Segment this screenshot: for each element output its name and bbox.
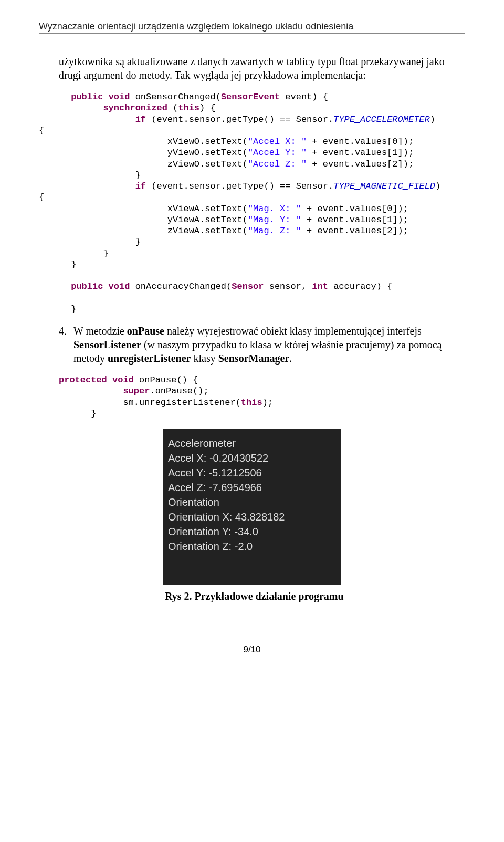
- screenshot-line: Orientation Y: -34.0: [168, 524, 336, 539]
- code-line: {: [39, 192, 44, 202]
- app-screenshot: Accelerometer Accel X: -0.20430522 Accel…: [163, 429, 341, 585]
- code-line: zViewA.setText("Mag. Z: " + event.values…: [39, 226, 408, 236]
- code-line: }: [39, 304, 76, 314]
- screenshot-line: Orientation Z: -2.0: [168, 539, 336, 554]
- code-block-1: public void onSensorChanged(SensorEvent …: [39, 91, 465, 315]
- paragraph-intro: użytkownika są aktualizowane z danych za…: [59, 55, 465, 82]
- code-line: super.onPause();: [59, 386, 209, 396]
- list-number: 4.: [59, 324, 74, 365]
- code-line: }: [39, 237, 141, 247]
- page-number: 9/10: [39, 645, 465, 655]
- code-line: }: [39, 259, 76, 269]
- list-item-4: 4. W metodzie onPause należy wyrejestrow…: [59, 324, 465, 365]
- code-line: }: [59, 409, 96, 419]
- screenshot-line: Orientation X: 43.828182: [168, 510, 336, 524]
- screenshot-line: Accel Z: -7.6954966: [168, 480, 336, 495]
- screenshot-line: Accelerometer: [168, 436, 336, 451]
- code-line: synchronized (this) {: [39, 103, 216, 113]
- document-page: Wyznaczanie orientacji urządzenia względ…: [0, 0, 504, 681]
- page-header: Wyznaczanie orientacji urządzenia względ…: [39, 21, 465, 34]
- code-line: if (event.sensor.getType() == Sensor.TYP…: [39, 115, 435, 124]
- code-line: yViewA.setText("Mag. Y: " + event.values…: [39, 215, 408, 225]
- figure-caption: Rys 2. Przykładowe działanie programu: [165, 590, 465, 602]
- code-line: if (event.sensor.getType() == Sensor.TYP…: [39, 181, 440, 191]
- code-line: public void onAccuracyChanged(Sensor sen…: [39, 282, 392, 292]
- screenshot-line: Orientation: [168, 495, 336, 510]
- screenshot-content: Accelerometer Accel X: -0.20430522 Accel…: [163, 429, 341, 585]
- screenshot-line: Accel X: -0.20430522: [168, 451, 336, 465]
- code-line: protected void onPause() {: [59, 375, 198, 385]
- code-line: }: [39, 248, 109, 258]
- code-line: yViewO.setText("Accel Y: " + event.value…: [39, 148, 414, 158]
- paragraph-text: Tak wygląda jej przykładowa implementacj…: [175, 69, 366, 81]
- code-line: xViewA.setText("Mag. X: " + event.values…: [39, 204, 408, 214]
- screenshot-line: Accel Y: -5.1212506: [168, 465, 336, 480]
- code-line: public void onSensorChanged(SensorEvent …: [39, 92, 328, 102]
- code-line: {: [39, 126, 44, 136]
- code-line: zViewO.setText("Accel Z: " + event.value…: [39, 159, 414, 169]
- code-block-2: protected void onPause() { super.onPause…: [59, 375, 465, 419]
- list-text: W metodzie onPause należy wyrejestrować …: [74, 324, 465, 365]
- code-line: sm.unregisterListener(this);: [59, 398, 273, 408]
- code-line: xViewO.setText("Accel X: " + event.value…: [39, 137, 414, 147]
- code-line: }: [39, 170, 141, 180]
